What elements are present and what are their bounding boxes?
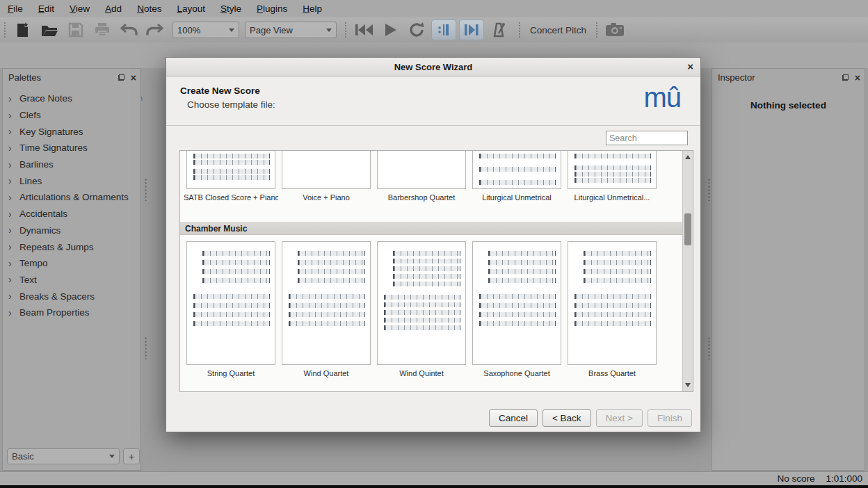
template-card[interactable]: SATB Closed Score + Piano <box>186 151 275 202</box>
undo-button[interactable] <box>115 19 142 40</box>
palette-item-repeats-jumps[interactable]: ›Repeats & Jumps <box>3 238 140 255</box>
chevron-right-icon: › <box>8 274 19 285</box>
toolbar-drag-handle[interactable] <box>3 21 7 39</box>
float-panel-icon[interactable] <box>118 74 124 81</box>
template-card[interactable]: Wind Quintet <box>377 241 466 377</box>
template-card[interactable]: Brass Quartet <box>568 241 657 377</box>
panel-splitter-handle[interactable] <box>143 336 147 359</box>
panel-splitter-handle[interactable] <box>143 177 147 201</box>
toolbar-drag-handle[interactable] <box>595 21 599 39</box>
palette-item-clefs[interactable]: ›Clefs <box>3 107 140 124</box>
palette-item-key-signatures[interactable]: ›Key Signatures <box>3 123 140 140</box>
menu-plugins[interactable]: Plugins <box>249 3 295 14</box>
menu-add[interactable]: Add <box>97 3 129 14</box>
scroll-up-icon[interactable] <box>685 155 691 159</box>
image-capture-button[interactable] <box>602 19 628 40</box>
menu-file[interactable]: File <box>0 3 31 14</box>
palette-item-text[interactable]: ›Text <box>3 272 140 288</box>
template-thumbnail[interactable] <box>377 241 466 365</box>
concert-pitch-toggle[interactable]: Concert Pitch <box>524 25 592 35</box>
cancel-button[interactable]: Cancel <box>489 409 538 427</box>
redo-button[interactable] <box>142 19 168 40</box>
close-icon[interactable]: × <box>855 74 860 81</box>
chevron-right-icon: › <box>8 175 19 186</box>
template-thumbnail[interactable] <box>472 151 561 189</box>
template-card[interactable]: Wind Quartet <box>282 241 371 377</box>
template-label: String Quartet <box>184 369 278 377</box>
back-button[interactable]: < Back <box>542 409 591 427</box>
play-repeats-toggle[interactable] <box>431 19 456 40</box>
template-thumbnail[interactable] <box>186 241 275 365</box>
finish-button[interactable]: Finish <box>648 409 692 427</box>
toolbar-drag-handle[interactable] <box>517 21 522 39</box>
print-button[interactable] <box>89 19 115 40</box>
menu-notes[interactable]: Notes <box>129 3 169 14</box>
menu-edit[interactable]: Edit <box>31 3 62 14</box>
metronome-button[interactable] <box>485 19 512 40</box>
template-label: SATB Closed Score + Piano <box>184 193 278 202</box>
template-card[interactable]: Barbershop Quartet <box>377 151 466 202</box>
play-button[interactable] <box>377 19 403 40</box>
template-card[interactable]: Saxophone Quartet <box>472 241 561 377</box>
template-card[interactable]: Voice + Piano <box>282 151 371 202</box>
menu-help[interactable]: Help <box>295 3 330 14</box>
template-list[interactable]: SATB Closed Score + Piano Voice + Piano … <box>179 150 693 392</box>
chevron-down-icon <box>109 455 115 458</box>
scroll-down-icon[interactable] <box>685 383 691 387</box>
template-thumbnail[interactable] <box>568 151 657 189</box>
new-score-button[interactable] <box>10 19 36 40</box>
panel-splitter-handle[interactable] <box>707 336 710 359</box>
palette-item-grace-notes[interactable]: ›Grace Notes <box>3 90 140 107</box>
next-button[interactable]: Next > <box>596 409 643 427</box>
template-thumbnail[interactable] <box>186 151 275 189</box>
toolbar-drag-handle[interactable] <box>344 21 348 39</box>
template-list-scrollbar[interactable] <box>682 151 693 391</box>
chevron-right-icon: › <box>8 291 19 302</box>
panel-splitter-handle[interactable] <box>707 177 710 201</box>
template-thumbnail[interactable] <box>282 241 371 365</box>
template-thumbnail[interactable] <box>377 151 466 189</box>
template-row-2: String Quartet Wind Quartet <box>180 241 657 377</box>
palette-item-label: Lines <box>19 176 42 186</box>
template-card[interactable]: Liturgical Unmetrical... <box>568 151 657 202</box>
palette-item-label: Dynamics <box>19 225 61 236</box>
save-button[interactable] <box>63 19 89 40</box>
palette-item-barlines[interactable]: ›Barlines <box>3 156 140 173</box>
view-mode-select[interactable]: Page View <box>245 22 337 38</box>
open-file-button[interactable] <box>36 19 63 40</box>
template-thumbnail[interactable] <box>568 241 657 365</box>
add-palette-button[interactable]: + <box>123 448 140 464</box>
loop-playback-button[interactable] <box>403 19 430 40</box>
chevron-right-icon: › <box>8 126 19 137</box>
template-thumbnail[interactable] <box>472 241 561 365</box>
inspector-empty-message: Nothing selected <box>712 100 865 111</box>
palette-preset-select[interactable]: Basic <box>7 448 120 464</box>
scrollbar-thumb[interactable] <box>684 213 691 245</box>
wizard-buttons: Cancel < Back Next > Finish <box>489 409 692 427</box>
menu-style[interactable]: Style <box>213 3 249 14</box>
close-icon[interactable]: × <box>687 60 693 72</box>
palette-item-tempo[interactable]: ›Tempo <box>3 255 140 272</box>
close-icon[interactable]: × <box>131 74 136 81</box>
palette-item-articulations[interactable]: ›Articulations & Ornaments <box>3 189 140 206</box>
template-card[interactable]: Liturgical Unmetrical <box>472 151 561 202</box>
menu-view[interactable]: View <box>62 3 97 14</box>
zoom-select[interactable]: 100% <box>172 22 239 38</box>
pan-score-toggle[interactable] <box>459 19 484 40</box>
palette-item-breaks-spacers[interactable]: ›Breaks & Spacers <box>3 288 140 304</box>
palette-item-time-signatures[interactable]: ›Time Signatures <box>3 140 140 156</box>
template-thumbnail[interactable] <box>282 151 371 189</box>
palette-item-dynamics[interactable]: ›Dynamics <box>3 222 140 239</box>
palette-item-accidentals[interactable]: ›Accidentals <box>3 206 140 222</box>
palette-item-label: Clefs <box>19 110 41 120</box>
palette-item-lines[interactable]: ›Lines <box>3 172 140 189</box>
dialog-titlebar[interactable]: New Score Wizard × <box>166 58 700 76</box>
palette-item-label: Repeats & Jumps <box>19 242 94 252</box>
search-row <box>166 126 700 151</box>
search-input[interactable] <box>606 131 688 145</box>
float-panel-icon[interactable] <box>842 74 849 81</box>
rewind-button[interactable] <box>351 19 377 40</box>
palette-item-beam-properties[interactable]: ›Beam Properties <box>3 304 140 321</box>
menu-layout[interactable]: Layout <box>169 3 213 14</box>
template-card[interactable]: String Quartet <box>186 241 275 377</box>
